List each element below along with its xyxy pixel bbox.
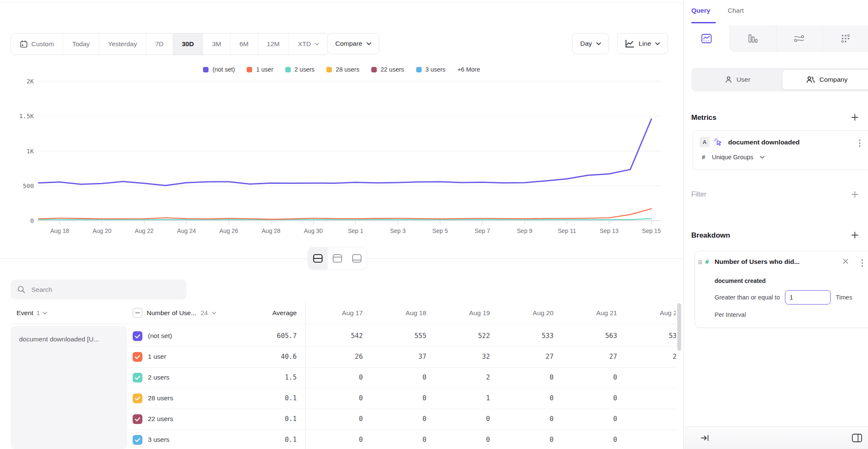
svg-text:Sep 5: Sep 5 — [432, 227, 448, 234]
tab-chart[interactable]: Chart — [728, 7, 744, 14]
add-filter-button[interactable] — [850, 190, 860, 199]
scope-user-label: User — [737, 76, 751, 83]
split-view-toggle[interactable] — [308, 247, 328, 269]
range-yesterday[interactable]: Yesterday — [99, 33, 146, 55]
event-name-cell[interactable]: document downloaded [U... — [11, 326, 127, 449]
aggregation-label: Unique Groups — [712, 154, 754, 161]
collapse-panel-icon[interactable] — [701, 434, 710, 442]
row-value: 26 — [305, 353, 369, 360]
range-6m[interactable]: 6M — [231, 33, 258, 55]
range-today[interactable]: Today — [63, 33, 99, 55]
tab-query[interactable]: Query — [691, 7, 710, 14]
row-label: 22 users — [148, 415, 173, 423]
table-rows: (not set)605.75425555225335635371 user40… — [127, 326, 676, 449]
row-checkbox[interactable] — [133, 394, 142, 403]
range-3m[interactable]: 3M — [203, 33, 231, 55]
row-checkbox[interactable] — [133, 435, 142, 445]
legend-item[interactable]: 22 users — [371, 66, 404, 73]
date-column-header: Aug 17 — [305, 309, 369, 317]
row-checkbox[interactable] — [133, 414, 142, 424]
granularity-button[interactable]: Day — [572, 33, 609, 54]
row-value: 0 — [305, 374, 369, 381]
legend-item[interactable]: 1 user — [247, 66, 273, 73]
condition-value-input[interactable] — [785, 290, 831, 305]
svg-text:Sep 11: Sep 11 — [558, 227, 576, 234]
breakdown-event-name: document created — [715, 277, 766, 284]
event-header-label: Event — [17, 309, 33, 317]
legend-item[interactable]: 3 users — [416, 66, 446, 73]
row-checkbox[interactable] — [133, 352, 142, 362]
row-checkbox[interactable] — [133, 331, 142, 341]
range-xtd[interactable]: XTD — [289, 33, 328, 55]
svg-text:2K: 2K — [27, 78, 34, 85]
scope-company-label: Company — [819, 76, 847, 83]
row-value: 0 — [305, 394, 369, 402]
range-30d[interactable]: 30D — [173, 33, 203, 55]
range-custom[interactable]: Custom — [11, 33, 63, 55]
remove-breakdown-button[interactable] — [843, 258, 849, 266]
aggregation-selector[interactable]: # Unique Groups — [702, 154, 765, 161]
range-12m[interactable]: 12M — [258, 33, 289, 55]
row-label: 28 users — [148, 394, 173, 402]
chart-type-more-tab[interactable] — [822, 25, 868, 52]
grid-dots-icon — [840, 33, 851, 44]
row-value: 27 — [559, 353, 623, 360]
breakdown-kebab-menu[interactable] — [860, 258, 865, 269]
table-only-toggle[interactable] — [347, 247, 367, 269]
per-interval-label: Per Interval — [715, 311, 746, 318]
calendar-icon — [20, 40, 28, 48]
row-value: 32 — [432, 353, 496, 360]
metric-kebab-menu[interactable] — [857, 138, 862, 149]
row-average: 605.7 — [233, 332, 297, 340]
row-value: 0 — [623, 374, 676, 381]
chart-style-button[interactable]: Line — [617, 33, 668, 54]
table-header-divider — [11, 324, 676, 324]
flow-icon — [793, 33, 805, 44]
svg-text:Sep 13: Sep 13 — [600, 227, 619, 234]
check-icon — [135, 334, 140, 338]
chart-type-line-tab[interactable] — [684, 25, 729, 52]
group-count: 24 — [200, 309, 208, 317]
compare-button[interactable]: Compare — [327, 33, 379, 54]
select-all-checkbox[interactable] — [133, 308, 142, 318]
aggregation-symbol: # — [702, 154, 705, 161]
event-column-header[interactable]: Event 1 — [17, 302, 47, 324]
query-panel: Query Chart — [683, 0, 868, 449]
legend-item[interactable]: 28 users — [326, 66, 359, 73]
chart-type-flow-tab[interactable] — [776, 25, 822, 52]
search-input[interactable] — [31, 285, 180, 294]
row-value: 0 — [496, 436, 559, 443]
chart-only-toggle[interactable] — [328, 247, 347, 269]
row-checkbox[interactable] — [133, 373, 142, 382]
row-label: 3 users — [148, 436, 170, 443]
svg-text:Aug 30: Aug 30 — [304, 227, 323, 234]
chevron-down-icon[interactable] — [212, 312, 216, 314]
scope-user-option[interactable]: User — [693, 69, 782, 90]
row-value: 0 — [559, 374, 623, 381]
granularity-label: Day — [580, 40, 592, 47]
legend-item[interactable]: (not set) — [203, 66, 235, 73]
date-column-header: Aug 18 — [369, 309, 432, 317]
line-chart-icon — [701, 33, 712, 44]
metric-card[interactable]: A document downloaded # Unique Groups — [692, 130, 868, 170]
chart-type-bar-tab[interactable] — [729, 25, 776, 52]
company-icon — [806, 76, 815, 83]
scope-company-option[interactable]: Company — [782, 69, 868, 90]
row-value: 533 — [496, 332, 559, 340]
side-panel-toggle-icon[interactable] — [851, 433, 862, 443]
add-metric-button[interactable] — [850, 113, 860, 122]
chevron-down-icon — [315, 43, 319, 45]
row-average: 0.1 — [233, 394, 297, 402]
legend-item[interactable]: 2 users — [285, 66, 315, 73]
drag-handle-icon[interactable] — [698, 259, 703, 266]
legend-more[interactable]: +6 More — [457, 66, 480, 73]
row-value: 0 — [623, 415, 676, 423]
check-icon — [135, 396, 140, 401]
table-scrollbar[interactable] — [677, 303, 681, 351]
legend-swatch — [247, 67, 252, 72]
check-icon — [135, 438, 140, 442]
row-value: 0 — [305, 415, 369, 423]
add-breakdown-button[interactable] — [850, 230, 860, 240]
range-7d[interactable]: 7D — [146, 33, 173, 55]
row-value: 0 — [305, 436, 369, 443]
